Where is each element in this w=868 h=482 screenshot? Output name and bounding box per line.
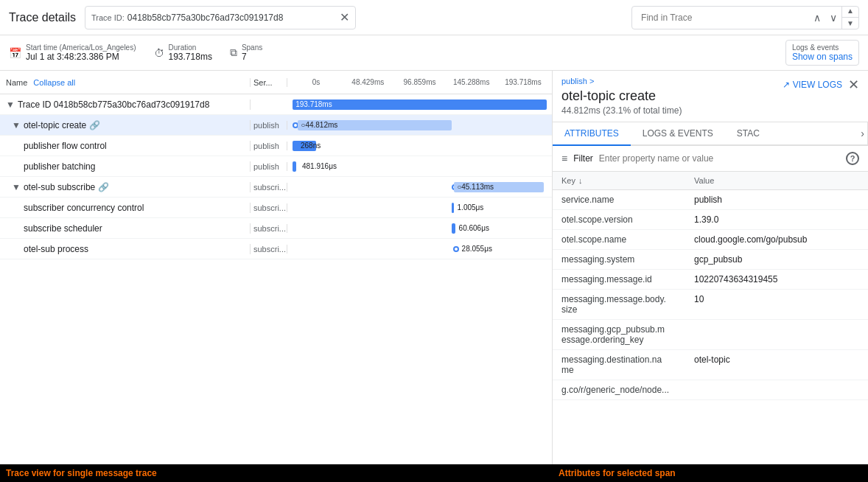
- row-timeline-publisher-batching: 481.916μs: [287, 156, 552, 176]
- timeline-label-4: 193.718ms: [497, 78, 549, 86]
- start-time-label: Start time (America/Los_Angeles): [26, 43, 136, 52]
- row-label-root: Trace ID 0418b58cb775a30bc76ad73c091917d…: [18, 99, 209, 110]
- attr-row-dest-name: messaging.destination.name otel-topic: [553, 350, 868, 380]
- timeline-label-0: 0s: [290, 78, 342, 86]
- logs-events-toggle[interactable]: Show on spans: [792, 52, 853, 62]
- annotation-right: Attributes for selected span: [553, 464, 868, 482]
- row-service-otel-sub-process: subscri...: [251, 245, 287, 254]
- row-name-root: ▼ Trace ID 0418b58cb775a30bc76ad73c09191…: [0, 99, 251, 110]
- bar-otel-sub: ○45.113ms: [454, 182, 544, 192]
- find-in-trace-input[interactable]: [632, 13, 809, 23]
- col-timeline-header: 0s 48.429ms 96.859ms 145.288ms 193.718ms: [287, 78, 552, 86]
- find-next-button[interactable]: ∨: [825, 9, 841, 27]
- close-button[interactable]: ✕: [848, 77, 859, 93]
- row-timeline-otel-topic: ○44.812ms: [287, 115, 552, 135]
- tab-attributes[interactable]: ATTRIBUTES: [553, 122, 631, 146]
- trace-row-publisher-flow[interactable]: publisher flow control publish 268ns: [0, 136, 552, 156]
- view-logs-button[interactable]: ↗ VIEW LOGS: [783, 80, 842, 90]
- tab-logs-events[interactable]: LOGS & EVENTS: [631, 122, 725, 146]
- expand-icon-root[interactable]: ▼: [6, 99, 15, 110]
- row-name-publisher-batching: publisher batching: [0, 161, 251, 172]
- bar-text-publisher-flow: 268ns: [301, 142, 321, 150]
- attr-key-messaging-system: messaging.system: [561, 254, 694, 265]
- link-icon-otel-topic[interactable]: 🔗: [89, 120, 100, 130]
- details-panel: publish > otel-topic create 44.812ms (23…: [553, 71, 868, 464]
- annotation-bar: Trace view for single message trace Attr…: [0, 464, 868, 482]
- duration-label: Duration: [169, 43, 212, 52]
- spans-label: Spans: [242, 43, 262, 52]
- attr-key-service-name: service.name: [561, 195, 694, 205]
- start-time-item: 📅 Start time (America/Los_Angeles) Jul 1…: [9, 43, 136, 62]
- clock-icon: ⏱: [154, 47, 164, 59]
- attr-val-scope-version: 1.39.0: [694, 214, 859, 225]
- timeline-label-3: 145.288ms: [446, 78, 497, 86]
- find-up-button[interactable]: ▲: [842, 6, 858, 18]
- link-icon-otel-sub[interactable]: 🔗: [98, 182, 109, 192]
- details-breadcrumb[interactable]: publish >: [561, 77, 682, 85]
- col-name-header: Name Collapse all: [0, 78, 251, 87]
- bar-text-publisher-batching: 481.916μs: [302, 162, 337, 170]
- attr-key-message-body-size: messaging.message.body.size: [561, 294, 694, 315]
- attr-val-message-body-size: 10: [694, 294, 859, 304]
- trace-row-sub-concurrency[interactable]: subscriber concurrency control subscri..…: [0, 198, 552, 218]
- trace-row-publisher-batching[interactable]: publisher batching publish 481.916μs: [0, 156, 552, 177]
- attr-val-messaging-system: gcp_pubsub: [694, 254, 859, 265]
- bar-publisher-batching: [293, 161, 296, 172]
- trace-id-input[interactable]: [127, 13, 340, 23]
- find-prev-button[interactable]: ∧: [809, 9, 825, 27]
- attr-row-service-name: service.name publish: [553, 190, 868, 210]
- sort-icon[interactable]: ↓: [578, 176, 583, 185]
- clear-icon[interactable]: ✕: [340, 10, 349, 24]
- trace-row-subscribe-scheduler[interactable]: subscribe scheduler subscri... 60.606μs: [0, 218, 552, 239]
- trace-id-label: Trace ID:: [91, 13, 125, 22]
- timeline-label-1: 48.429ms: [342, 78, 393, 86]
- attr-key-dest-name: messaging.destination.name: [561, 354, 694, 375]
- top-bar: Trace details Trace ID: ✕ ∧ ∨ ▲ ▼: [0, 0, 868, 35]
- attr-key-scope-name: otel.scope.name: [561, 234, 694, 245]
- collapse-all-button[interactable]: Collapse all: [33, 78, 75, 87]
- trace-header: Name Collapse all Ser... 0s 48.429ms 96.…: [0, 71, 552, 94]
- find-down-button[interactable]: ▼: [842, 18, 858, 29]
- attr-val-service-name: publish: [694, 195, 859, 205]
- row-name-sub-concurrency: subscriber concurrency control: [0, 203, 251, 213]
- attr-key-scope-version: otel.scope.version: [561, 214, 694, 225]
- logs-events-label: Logs & events: [792, 43, 853, 52]
- trace-row-otel-sub-subscribe[interactable]: ▼ otel-sub subscribe 🔗 subscri... ○45.11…: [0, 177, 552, 198]
- find-in-trace-wrapper: ∧ ∨ ▲ ▼: [631, 6, 859, 29]
- row-service-publisher-batching: publish: [251, 162, 287, 171]
- meta-row: 📅 Start time (America/Los_Angeles) Jul 1…: [0, 35, 868, 71]
- row-label-otel-sub-process: otel-sub process: [24, 244, 88, 254]
- help-icon[interactable]: ?: [846, 152, 859, 165]
- details-subtitle: 44.812ms (23.1% of total time): [561, 105, 682, 116]
- row-timeline-otel-sub-process: 28.055μs: [287, 239, 552, 259]
- trace-id-input-wrapper: Trace ID: ✕: [85, 6, 356, 29]
- filter-input[interactable]: [599, 153, 840, 164]
- page-title: Trace details: [9, 11, 76, 24]
- col-service-header: Ser...: [251, 78, 287, 87]
- tab-stack[interactable]: STAC: [725, 122, 771, 146]
- tabs-chevron-right[interactable]: ›: [861, 128, 864, 139]
- attr-row-scope-name: otel.scope.name cloud.google.com/go/pubs…: [553, 230, 868, 250]
- expand-icon-otel-topic[interactable]: ▼: [12, 120, 21, 130]
- attr-key-ordering-key: messaging.gcp_pubsub.message.ordering_ke…: [561, 324, 694, 345]
- trace-row-root[interactable]: ▼ Trace ID 0418b58cb775a30bc76ad73c09191…: [0, 94, 552, 115]
- attr-key-message-id: messaging.message.id: [561, 274, 694, 284]
- duration-item: ⏱ Duration 193.718ms: [154, 43, 212, 62]
- trace-row-otel-sub-process[interactable]: otel-sub process subscri... 28.055μs: [0, 239, 552, 259]
- attr-key-generic-node: g.co/r/generic_node/node...: [561, 385, 694, 395]
- logs-events-box: Logs & events Show on spans: [785, 40, 859, 66]
- expand-icon-otel-sub[interactable]: ▼: [12, 182, 21, 192]
- row-timeline-publisher-flow: 268ns: [287, 136, 552, 156]
- trace-row-otel-topic-create[interactable]: ▼ otel-topic create 🔗 publish ○44.812ms: [0, 115, 552, 136]
- row-label-otel-topic: otel-topic create: [24, 120, 86, 130]
- row-name-otel-topic: ▼ otel-topic create 🔗: [0, 120, 251, 130]
- find-nav-updown: ▲ ▼: [841, 6, 858, 29]
- row-name-subscribe-scheduler: subscribe scheduler: [0, 223, 251, 234]
- external-link-icon: ↗: [783, 80, 790, 90]
- row-label-otel-sub: otel-sub subscribe: [24, 182, 95, 192]
- details-actions: ↗ VIEW LOGS ✕: [783, 77, 859, 93]
- attr-val-dest-name: otel-topic: [694, 354, 859, 365]
- attr-table-header: Key ↓ Value: [553, 172, 868, 190]
- calendar-icon: 📅: [9, 47, 21, 59]
- bar-root: 193.718ms: [293, 99, 547, 110]
